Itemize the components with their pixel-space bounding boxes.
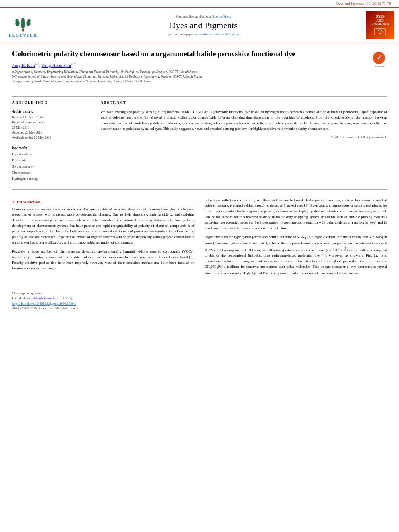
journal-reference: Dyes and Pigments 133 (2016) 73–78 [0,0,399,7]
body-para2: Recently, a large number of chemosensors… [12,249,195,271]
abstract-text: We have investigated polarity sensing of… [101,109,387,132]
affiliation-b: b Graduate School of Energy Science and … [12,74,365,79]
doi-link[interactable]: http://dx.doi.org/10.1016/j.dyepig.2016.… [12,302,76,306]
available-online: Available online 26 May 2016 [12,136,93,141]
main-content: Colorimetric polarity chemosensor based … [0,43,399,316]
keyword-2: Perovskite [12,157,93,163]
journal-header: ELSEVIER Contents lists available at Sci… [0,7,399,43]
keyword-1: Functional dye [12,151,93,157]
corresponding-note: * Corresponding author. [12,292,387,295]
svg-rect-10 [375,29,385,35]
body-columns: 1. Introduction Chemosensors are sensory… [12,198,387,280]
ref-3: 3 [305,203,307,207]
sciencedirect-anchor[interactable]: ScienceDirect [212,14,231,18]
body-para3: rather than reflective color shifts, and… [205,198,387,232]
affiliation-a: a Department of Chemical Engineering Edu… [12,70,365,74]
received-revised-label: Received in revised form [12,120,93,125]
journal-center: Contents lists available at ScienceDirec… [45,14,362,36]
crossmark-label: CrossMark [374,65,385,68]
ref-1: 1 [169,218,171,222]
abstract-header: ABSTRACT [101,101,387,106]
accepted-date: Accepted 25 May 2016 [12,130,93,136]
abstract-column: ABSTRACT We have investigated polarity s… [101,101,387,182]
svg-point-11 [378,30,382,34]
svg-rect-9 [22,31,24,31]
email-note: E-mail address: shkim@knu.ac.kr (S.-H. K… [12,296,387,300]
journal-homepage: journal homepage: www.elsevier.com/locat… [45,32,362,36]
crossmark-section: ✓ CrossMark [371,51,387,68]
svg-text:✓: ✓ [376,54,382,61]
body-divider [12,189,387,190]
keyword-4: Chemosensor [12,170,93,176]
svg-point-7 [27,18,31,23]
title-divider [12,96,387,97]
received-date: Received 11 April 2016 [12,115,93,120]
ref-2: 2 [191,255,193,259]
body-right-column: rather than reflective color shifts, and… [205,198,387,280]
body-left-column: 1. Introduction Chemosensors are sensory… [12,198,195,280]
article-title: Colorimetric polarity chemosensor based … [12,49,365,59]
keyword-3: Solvent polarity [12,164,93,170]
crossmark-icon: ✓ [372,51,385,64]
doi-line: http://dx.doi.org/10.1016/j.dyepig.2016.… [12,301,387,306]
elsevier-label: ELSEVIER [8,33,37,37]
homepage-url[interactable]: www.elsevier.com/locate/dyepig [194,32,239,36]
article-columns: ARTICLE INFO Article history: Received 1… [12,101,387,182]
journal-right-logo-box: DYES AND PIGMENTS [366,11,394,39]
author1-link[interactable]: Jong H. Kim [12,63,35,68]
author2-sup: c, * [71,62,76,66]
elsevier-tree-icon [11,14,35,32]
section1-title: 1. Introduction [12,199,195,204]
author1-sup: a, b [35,62,40,66]
article-info-column: ARTICLE INFO Article history: Received 1… [12,101,93,182]
revised-date: 24 May 2016 [12,125,93,131]
footer-copyright: 0143-7208/© 2016 Elsevier Ltd. All right… [12,306,387,310]
ref-4: 4 [323,253,325,257]
journal-logo-graphic [374,28,386,36]
affiliation-c: c Department of Textile System Engineeri… [12,79,365,84]
authors-line: Jong H. Kima, b, Sung-Hoon Kimc, * [12,62,365,68]
abstract-copyright: © 2016 Elsevier Ltd. All rights reserved… [101,135,387,139]
elsevier-logo: ELSEVIER [5,14,41,37]
article-title-wrapper: Colorimetric polarity chemosensor based … [12,49,365,89]
svg-point-3 [21,17,25,22]
article-history-label: Article history: [12,109,93,113]
article-title-section: Colorimetric polarity chemosensor based … [12,49,387,92]
sciencedirect-link: Contents lists available at ScienceDirec… [45,14,362,18]
keywords-label: Keywords: [12,146,93,150]
author2-link[interactable]: Sung-Hoon Kim [42,63,71,68]
svg-point-5 [15,18,19,23]
affiliations: a Department of Chemical Engineering Edu… [12,70,365,84]
keyword-5: Hydrogen bonding [12,176,93,182]
body-para1: Chemosensors are sensory receptor molecu… [12,207,195,246]
journal-title: Dyes and Pigments [45,20,362,31]
email-link[interactable]: shkim@knu.ac.kr [33,296,56,300]
page-footer: * Corresponding author. E-mail address: … [12,288,387,310]
article-info-header: ARTICLE INFO [12,101,93,106]
body-para4: Organometal halide-type hybrid perovskit… [205,234,387,277]
